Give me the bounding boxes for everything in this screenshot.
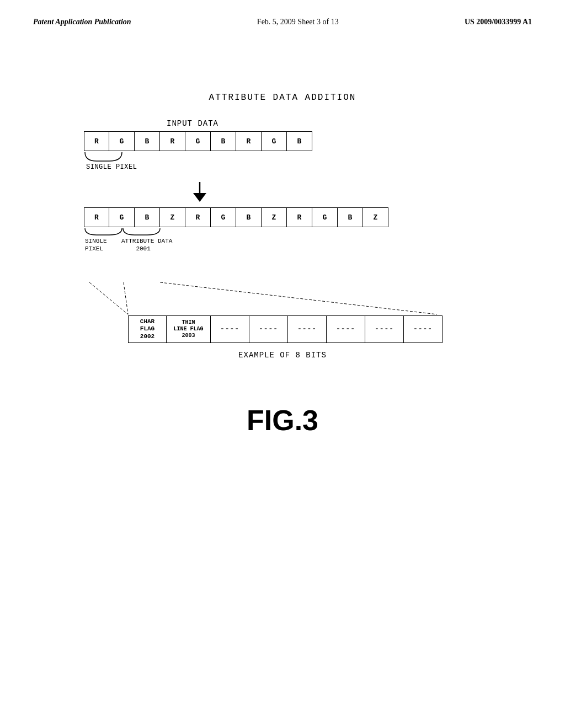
svg-line-2 (89, 282, 128, 314)
example-label: EXAMPLE OF 8 BITS (84, 351, 481, 360)
out-cell-b1: B (135, 207, 160, 227)
out-cell-g2: G (211, 207, 236, 227)
arrow-down-icon (189, 181, 211, 203)
svg-line-4 (124, 282, 128, 314)
out-cell-b3: B (338, 207, 363, 227)
single-pixel-label: SINGLE PIXEL (86, 163, 137, 171)
input-cell-b2: B (211, 131, 236, 151)
bottom-cell-char-flag: CHARFLAG2002 (128, 315, 167, 343)
bottom-cell-dash2: ---- (249, 315, 288, 343)
out-cell-z1: Z (160, 207, 185, 227)
dashed-lines-area (84, 282, 481, 315)
out-cell-b2: B (236, 207, 262, 227)
bottom-expanded-row: CHARFLAG2002 THINLINE FLAG2003 ---- ----… (128, 315, 481, 343)
attribute-data-label: ATTRIBUTE DATA 2001 (121, 237, 172, 253)
dashed-lines-svg (84, 282, 481, 315)
input-cell-g3: G (262, 131, 287, 151)
bottom-cell-dash4: ---- (327, 315, 365, 343)
page-header: Patent Application Publication Feb. 5, 2… (0, 0, 565, 26)
header-center: Feb. 5, 2009 Sheet 3 of 13 (257, 18, 339, 26)
input-cell-b3: B (287, 131, 312, 151)
input-cell-r2: R (160, 131, 185, 151)
bottom-cell-dash6: ---- (404, 315, 443, 343)
input-data-label: INPUT DATA (167, 119, 481, 128)
input-pixel-row: R G B R G B R G B (84, 131, 481, 151)
out-cell-r2: R (185, 207, 211, 227)
out-cell-z3: Z (363, 207, 388, 227)
svg-marker-1 (193, 193, 206, 202)
output-brace-svg (84, 227, 481, 282)
bottom-cell-dash3: ---- (288, 315, 327, 343)
out-cell-r3: R (287, 207, 312, 227)
single-pixel-label2: SINGLEPIXEL (85, 237, 107, 253)
bottom-cell-dash5: ---- (365, 315, 404, 343)
output-labels-area: SINGLEPIXEL ATTRIBUTE DATA 2001 (84, 227, 481, 282)
out-cell-g1: G (109, 207, 135, 227)
bottom-cell-thin-line-flag: THINLINE FLAG2003 (167, 315, 211, 343)
diagram-container: INPUT DATA R G B R G B R G B SINGLE PIXE… (84, 119, 481, 360)
out-cell-r1: R (84, 207, 109, 227)
input-cell-g1: G (109, 131, 135, 151)
header-left: Patent Application Publication (33, 18, 131, 26)
input-cell-r1: R (84, 131, 109, 151)
arrow-down-container (189, 181, 481, 203)
out-cell-z2: Z (262, 207, 287, 227)
main-content: ATTRIBUTE DATA ADDITION INPUT DATA R G B… (0, 93, 565, 360)
output-pixel-row: R G B Z R G B Z R G B Z (84, 207, 481, 227)
svg-line-3 (160, 282, 437, 314)
out-cell-g3: G (312, 207, 338, 227)
input-cell-g2: G (185, 131, 211, 151)
section-title: ATTRIBUTE DATA ADDITION (44, 93, 521, 103)
bottom-cell-dash1: ---- (211, 315, 249, 343)
input-cell-b1: B (135, 131, 160, 151)
header-right: US 2009/0033999 A1 (465, 18, 532, 26)
figure-label: FIG.3 (0, 404, 565, 437)
input-cell-r3: R (236, 131, 262, 151)
